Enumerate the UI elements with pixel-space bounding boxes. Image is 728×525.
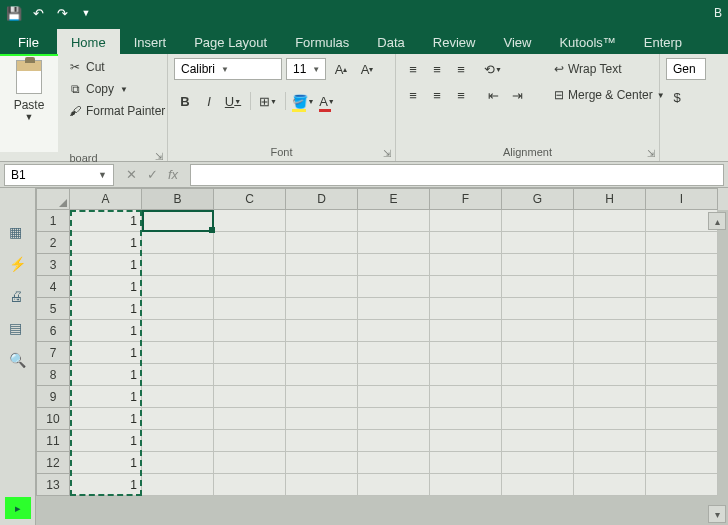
copy-button[interactable]: ⧉Copy▼ — [64, 80, 169, 98]
cell[interactable]: 1 — [70, 408, 142, 430]
row-header[interactable]: 12 — [36, 452, 70, 474]
cancel-formula-icon[interactable]: ✕ — [126, 167, 137, 182]
panel-icon[interactable]: ⚡ — [9, 256, 27, 270]
cell[interactable] — [286, 386, 358, 408]
font-name-combo[interactable]: Calibri▼ — [174, 58, 282, 80]
row-header[interactable]: 2 — [36, 232, 70, 254]
cell[interactable] — [214, 276, 286, 298]
increase-font-icon[interactable]: A▴ — [330, 58, 352, 80]
cell[interactable] — [358, 254, 430, 276]
cell[interactable] — [214, 430, 286, 452]
cell[interactable] — [214, 474, 286, 496]
cell[interactable] — [358, 408, 430, 430]
cell[interactable] — [214, 342, 286, 364]
decrease-indent-icon[interactable]: ⇤ — [482, 84, 504, 106]
fill-color-button[interactable]: 🪣▼ — [292, 90, 314, 112]
cell[interactable] — [358, 430, 430, 452]
cell[interactable] — [430, 254, 502, 276]
format-painter-button[interactable]: 🖌Format Painter — [64, 102, 169, 120]
cell[interactable] — [502, 254, 574, 276]
decrease-font-icon[interactable]: A▾ — [356, 58, 378, 80]
cell[interactable] — [286, 430, 358, 452]
cell[interactable] — [502, 386, 574, 408]
cell[interactable] — [646, 254, 718, 276]
cell[interactable]: 1 — [70, 364, 142, 386]
cell[interactable] — [214, 320, 286, 342]
cell[interactable] — [574, 430, 646, 452]
cell[interactable] — [646, 386, 718, 408]
col-header[interactable]: H — [574, 188, 646, 210]
panel-icon[interactable]: ▤ — [9, 320, 27, 334]
cell[interactable] — [142, 298, 214, 320]
cell[interactable] — [574, 276, 646, 298]
cell[interactable] — [646, 452, 718, 474]
row-header[interactable]: 8 — [36, 364, 70, 386]
cell[interactable] — [430, 386, 502, 408]
cell[interactable] — [574, 386, 646, 408]
cell[interactable] — [358, 364, 430, 386]
scroll-up-icon[interactable]: ▴ — [708, 212, 726, 230]
align-right-icon[interactable]: ≡ — [450, 84, 472, 106]
cell[interactable] — [142, 276, 214, 298]
panel-icon[interactable]: 🖨 — [9, 288, 27, 302]
spreadsheet-grid[interactable]: A B C D E F G H I 1121314151617181911011… — [36, 188, 728, 525]
cell[interactable] — [358, 276, 430, 298]
cell[interactable] — [286, 408, 358, 430]
cell[interactable] — [502, 342, 574, 364]
align-center-icon[interactable]: ≡ — [426, 84, 448, 106]
cell[interactable] — [142, 320, 214, 342]
orientation-button[interactable]: ⟲▼ — [482, 58, 504, 80]
font-color-button[interactable]: A▼ — [316, 90, 338, 112]
cell[interactable] — [358, 386, 430, 408]
tab-enterprise[interactable]: Enterp — [630, 29, 696, 54]
cell[interactable] — [214, 254, 286, 276]
cell[interactable]: 1 — [70, 452, 142, 474]
paste-dropdown-icon[interactable]: ▼ — [25, 112, 34, 122]
select-all-corner[interactable] — [36, 188, 70, 210]
align-top-icon[interactable]: ≡ — [402, 58, 424, 80]
cell[interactable] — [502, 474, 574, 496]
cell[interactable] — [574, 320, 646, 342]
cell[interactable]: 1 — [70, 276, 142, 298]
row-header[interactable]: 6 — [36, 320, 70, 342]
col-header[interactable]: I — [646, 188, 718, 210]
cell[interactable] — [646, 232, 718, 254]
number-format-combo[interactable]: Gen — [666, 58, 706, 80]
cell[interactable] — [142, 254, 214, 276]
name-box[interactable]: B1▼ — [4, 164, 114, 186]
cell[interactable] — [142, 452, 214, 474]
cell[interactable]: 1 — [70, 474, 142, 496]
borders-button[interactable]: ⊞▼ — [257, 90, 279, 112]
cell[interactable]: 1 — [70, 232, 142, 254]
cell[interactable] — [646, 320, 718, 342]
cell[interactable] — [286, 364, 358, 386]
cell[interactable] — [214, 408, 286, 430]
alignment-dialog-launcher-icon[interactable]: ⇲ — [647, 148, 655, 159]
align-middle-icon[interactable]: ≡ — [426, 58, 448, 80]
cell[interactable] — [358, 452, 430, 474]
redo-icon[interactable]: ↷ — [54, 5, 70, 21]
cell[interactable] — [214, 386, 286, 408]
cell[interactable] — [142, 408, 214, 430]
cell[interactable]: 1 — [70, 210, 142, 232]
cell[interactable] — [430, 474, 502, 496]
insert-function-button[interactable]: fx — [168, 167, 178, 182]
panel-icon[interactable]: 🔍 — [9, 352, 27, 366]
cell[interactable] — [214, 210, 286, 232]
enter-formula-icon[interactable]: ✓ — [147, 167, 158, 182]
row-header[interactable]: 7 — [36, 342, 70, 364]
cell[interactable] — [142, 474, 214, 496]
cell[interactable] — [574, 342, 646, 364]
cell[interactable] — [646, 342, 718, 364]
underline-button[interactable]: U▼ — [222, 90, 244, 112]
cell[interactable] — [502, 276, 574, 298]
font-dialog-launcher-icon[interactable]: ⇲ — [383, 148, 391, 159]
cell[interactable] — [646, 298, 718, 320]
copy-dropdown-icon[interactable]: ▼ — [120, 85, 128, 94]
tab-review[interactable]: Review — [419, 29, 490, 54]
row-header[interactable]: 3 — [36, 254, 70, 276]
cell[interactable] — [430, 408, 502, 430]
cell[interactable] — [646, 364, 718, 386]
tab-file[interactable]: File — [0, 29, 57, 54]
cell[interactable]: 1 — [70, 298, 142, 320]
